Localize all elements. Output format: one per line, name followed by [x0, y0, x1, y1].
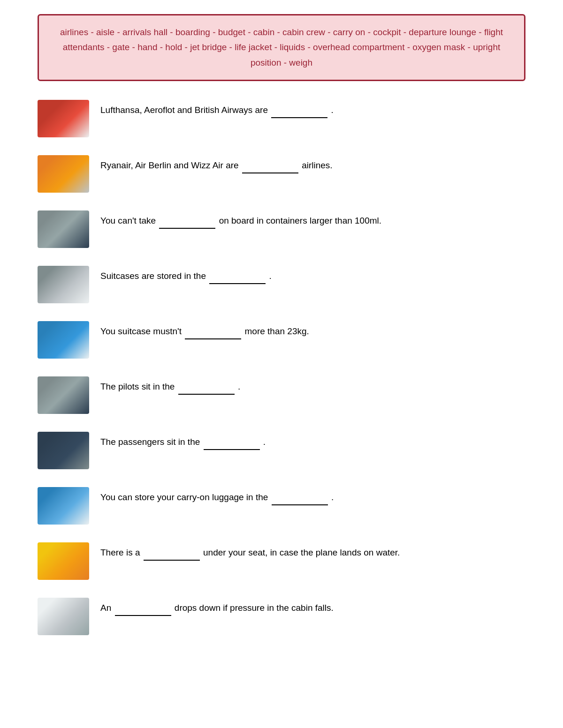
exercise-sentence-5: You suitcase mustn't more than 23kg. [100, 321, 525, 339]
exercise-list: Lufthansa, Aeroflot and British Airways … [38, 100, 525, 635]
exercise-item-3: You can't take on board in containers la… [38, 210, 525, 248]
blank-1 [271, 103, 327, 118]
exercise-item-10: An drops down if pressure in the cabin f… [38, 598, 525, 635]
exercise-sentence-7: The passengers sit in the . [100, 432, 525, 450]
sentence-after-10: drops down if pressure in the cabin fall… [172, 603, 334, 613]
blank-5 [185, 324, 241, 339]
sentence-after-3: on board in containers larger than 100ml… [216, 216, 381, 225]
sentence-after-6: . [236, 382, 241, 391]
vocab-words: airlines - aisle - arrivals hall - board… [60, 27, 503, 68]
sentence-before-8: You can store your carry-on luggage in t… [100, 492, 271, 502]
exercise-image-10 [38, 598, 89, 635]
exercise-item-9: There is a under your seat, in case the … [38, 542, 525, 580]
exercise-item-5: You suitcase mustn't more than 23kg. [38, 321, 525, 359]
exercise-sentence-4: Suitcases are stored in the . [100, 266, 525, 284]
vocabulary-box: airlines - aisle - arrivals hall - board… [38, 14, 525, 81]
exercise-image-2 [38, 155, 89, 193]
exercise-image-6 [38, 376, 89, 414]
exercise-image-1 [38, 100, 89, 137]
sentence-after-7: . [261, 437, 266, 447]
sentence-before-4: Suitcases are stored in the [100, 271, 208, 281]
exercise-image-7 [38, 432, 89, 469]
sentence-after-8: . [329, 492, 334, 502]
exercise-image-5 [38, 321, 89, 359]
exercise-item-4: Suitcases are stored in the . [38, 266, 525, 303]
blank-10 [115, 600, 171, 616]
exercise-image-4 [38, 266, 89, 303]
sentence-before-1: Lufthansa, Aeroflot and British Airways … [100, 105, 270, 115]
sentence-after-1: . [328, 105, 334, 115]
exercise-image-9 [38, 542, 89, 580]
exercise-sentence-1: Lufthansa, Aeroflot and British Airways … [100, 100, 525, 118]
exercise-sentence-9: There is a under your seat, in case the … [100, 542, 525, 561]
exercise-item-7: The passengers sit in the . [38, 432, 525, 469]
exercise-image-8 [38, 487, 89, 525]
exercise-sentence-3: You can't take on board in containers la… [100, 210, 525, 229]
exercise-item-2: Ryanair, Air Berlin and Wizz Air are air… [38, 155, 525, 193]
blank-2 [242, 158, 298, 173]
sentence-after-2: airlines. [299, 160, 333, 170]
sentence-before-10: An [100, 603, 114, 613]
blank-3 [159, 213, 215, 229]
sentence-before-3: You can't take [100, 216, 158, 225]
blank-4 [209, 269, 266, 284]
sentence-before-9: There is a [100, 548, 143, 557]
exercise-sentence-2: Ryanair, Air Berlin and Wizz Air are air… [100, 155, 525, 173]
sentence-before-2: Ryanair, Air Berlin and Wizz Air are [100, 160, 241, 170]
exercise-item-1: Lufthansa, Aeroflot and British Airways … [38, 100, 525, 137]
sentence-before-5: You suitcase mustn't [100, 326, 184, 336]
blank-7 [204, 435, 260, 450]
sentence-before-7: The passengers sit in the [100, 437, 203, 447]
sentence-after-5: more than 23kg. [242, 326, 309, 336]
sentence-after-9: under your seat, in case the plane lands… [201, 548, 400, 557]
exercise-item-8: You can store your carry-on luggage in t… [38, 487, 525, 525]
sentence-before-6: The pilots sit in the [100, 382, 177, 391]
exercise-sentence-10: An drops down if pressure in the cabin f… [100, 598, 525, 616]
exercise-item-6: The pilots sit in the . [38, 376, 525, 414]
exercise-image-3 [38, 210, 89, 248]
exercise-sentence-8: You can store your carry-on luggage in t… [100, 487, 525, 505]
blank-9 [144, 545, 200, 561]
blank-8 [272, 490, 328, 505]
sentence-after-4: . [266, 271, 272, 281]
blank-6 [178, 379, 235, 395]
exercise-sentence-6: The pilots sit in the . [100, 376, 525, 395]
